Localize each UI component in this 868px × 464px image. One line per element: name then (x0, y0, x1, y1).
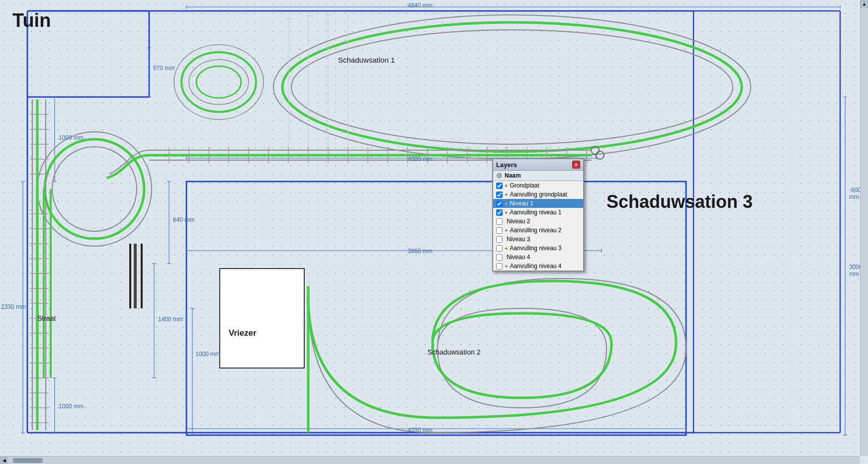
svg-point-55 (52, 147, 137, 231)
layer-name-niveau3: Niveau 3 (507, 236, 530, 243)
layer-checkbox-aanvulling_niveau3[interactable] (496, 245, 503, 252)
layer-row-niveau3[interactable]: Niveau 3 (493, 235, 583, 244)
layer-checkbox-grondplaat[interactable] (496, 183, 503, 189)
dim-670: 670 mm (153, 65, 174, 72)
layer-row-niveau4[interactable]: Niveau 4 (493, 253, 583, 262)
svg-rect-11 (186, 182, 686, 435)
svg-point-57 (181, 52, 256, 112)
layer-name-aanvulling_grondplaat: Aanvulling grondplaat (510, 191, 567, 198)
dim-1400: 1400 mm (158, 316, 183, 323)
layer-plus-niveau1: + (505, 200, 508, 206)
dim-4200: 4200 mm (408, 427, 433, 434)
layer-checkbox-niveau4[interactable] (496, 254, 503, 261)
svg-point-56 (174, 45, 263, 119)
layer-checkbox-aanvulling_niveau2[interactable] (496, 227, 503, 234)
layer-plus-aanvulling_niveau4: + (505, 263, 508, 269)
layer-row-niveau1[interactable]: +Niveau 1 (493, 199, 583, 208)
dim-4840: 4840 mm (408, 2, 433, 9)
layers-settings-icon[interactable]: ⚙ (496, 172, 503, 180)
layers-close-button[interactable]: × (572, 161, 580, 169)
layer-row-grondplaat[interactable]: +Grondplaat (493, 181, 583, 190)
layer-name-niveau1: Niveau 1 (510, 200, 533, 207)
layer-plus-aanvulling_grondplaat: + (505, 191, 508, 197)
layer-name-aanvulling_niveau1: Aanvulling niveau 1 (510, 209, 561, 216)
svg-point-73 (596, 151, 604, 159)
layer-name-grondplaat: Grondplaat (510, 182, 539, 189)
svg-rect-10 (186, 182, 686, 435)
dim-1000-left: 1000 mm (59, 134, 84, 141)
label-schaduwstation2: Schaduwsation 1 (338, 56, 395, 64)
label-straat: Schaduwsation 3 (607, 191, 753, 212)
label-vriezer: Vriezer (229, 328, 257, 338)
main-canvas: Tuin Schaduwsation 1 Schaduwsation 3 Str… (0, 0, 868, 464)
layer-plus-aanvulling_niveau3: + (505, 245, 508, 251)
layer-checkbox-niveau1[interactable] (496, 200, 503, 207)
svg-point-50 (273, 15, 751, 159)
svg-point-59 (196, 66, 241, 98)
layers-column-header: ⚙ Naam (493, 171, 583, 181)
svg-point-58 (189, 60, 249, 104)
dim-640: 640 mm (173, 216, 194, 223)
layer-name-aanvulling_niveau3: Aanvulling niveau 3 (510, 245, 561, 252)
horizontal-scrollbar-thumb[interactable] (13, 458, 43, 463)
dim-1000-bot: 1000 mm (59, 403, 84, 410)
layers-name-column: Naam (505, 172, 521, 179)
vertical-scrollbar[interactable]: ▲ (860, 0, 868, 456)
svg-rect-12 (220, 269, 304, 368)
layer-row-aanvulling_niveau3[interactable]: +Aanvulling niveau 3 (493, 244, 583, 253)
layers-title-bar: Layers × (493, 159, 583, 171)
layer-plus-grondplaat: + (505, 183, 508, 188)
svg-point-72 (591, 146, 599, 154)
label-schaduwstation1: Straat (37, 314, 56, 322)
dim-2330: 2330 mm (1, 303, 26, 310)
layer-row-niveau2[interactable]: Niveau 2 (493, 217, 583, 226)
layer-checkbox-aanvulling_grondplaat[interactable] (496, 191, 503, 198)
layer-name-niveau4: Niveau 4 (507, 254, 530, 261)
layer-checkbox-niveau3[interactable] (496, 236, 503, 243)
layer-checkbox-niveau2[interactable] (496, 218, 503, 225)
layer-plus-aanvulling_niveau2: + (505, 227, 508, 233)
layer-row-aanvulling_niveau4[interactable]: +Aanvulling niveau 4 (493, 262, 583, 271)
label-schaduwstation3: Schaduwsation 2 (428, 348, 481, 356)
svg-point-51 (282, 22, 742, 152)
layers-rows-container: +Grondplaat+Aanvulling grondplaat+Niveau… (493, 181, 583, 271)
dim-3860: 3860 mm (408, 248, 433, 255)
layer-row-aanvulling_niveau2[interactable]: +Aanvulling niveau 2 (493, 226, 583, 235)
layer-name-aanvulling_niveau2: Aanvulling niveau 2 (510, 227, 561, 234)
layers-title: Layers (496, 161, 517, 169)
svg-point-54 (45, 139, 144, 239)
dim-1000-straat: 1000 mm (195, 351, 220, 358)
track-svg (0, 0, 868, 464)
svg-point-52 (291, 30, 733, 144)
layer-name-niveau2: Niveau 2 (507, 218, 530, 225)
dim-4000: 4000 mm (408, 156, 433, 163)
layer-checkbox-aanvulling_niveau1[interactable] (496, 209, 503, 216)
layer-plus-aanvulling_niveau1: + (505, 209, 508, 215)
label-tuin: Tuin (12, 10, 51, 31)
svg-point-53 (37, 132, 152, 246)
layer-checkbox-aanvulling_niveau4[interactable] (496, 263, 503, 270)
horizontal-scrollbar[interactable]: ◀ (0, 456, 860, 464)
scroll-left-arrow[interactable]: ◀ (0, 457, 8, 464)
scroll-up-arrow[interactable]: ▲ (861, 0, 868, 8)
layers-panel: Layers × ⚙ Naam +Grondplaat+Aanvulling g… (492, 158, 584, 272)
layer-row-aanvulling_grondplaat[interactable]: +Aanvulling grondplaat (493, 190, 583, 199)
layer-name-aanvulling_niveau4: Aanvulling niveau 4 (510, 263, 561, 270)
layer-row-aanvulling_niveau1[interactable]: +Aanvulling niveau 1 (493, 208, 583, 217)
